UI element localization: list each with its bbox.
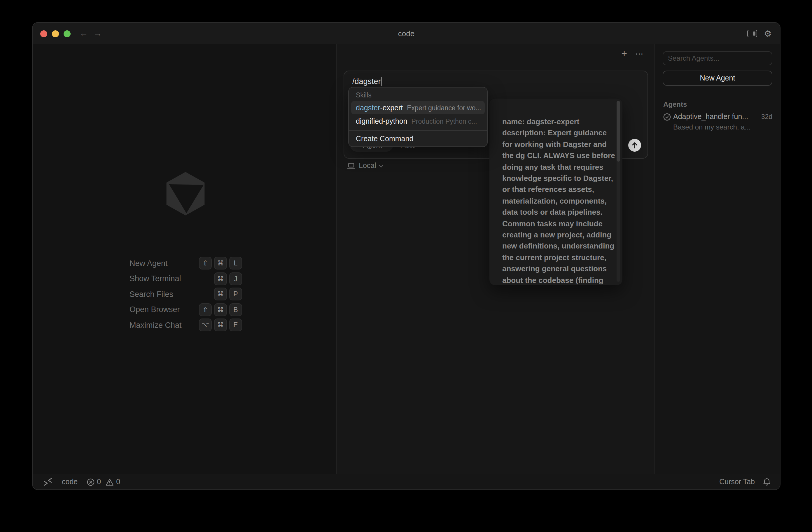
new-chat-icon[interactable]: + (621, 48, 627, 59)
key-cmd: ⌘ (214, 272, 227, 285)
window-title: code (33, 23, 780, 44)
new-agent-button[interactable]: New Agent (663, 71, 772, 86)
agents-sidebar: New Agent Agents Adaptive_handler fun...… (654, 44, 780, 474)
divider (349, 130, 487, 131)
dropdown-item-dagster-expert[interactable]: dagster-expert Expert guidance for wo... (351, 101, 485, 114)
scrollbar-thumb[interactable] (617, 101, 620, 162)
skill-description-tooltip: name: dagster-expert description: Expert… (489, 99, 622, 285)
key-cmd: ⌘ (214, 288, 227, 300)
laptop-icon (347, 162, 355, 169)
location-dropdown[interactable]: Local (347, 162, 383, 170)
editor-pane: New Agent ⇧ ⌘ L Show Terminal ⌘ J (33, 44, 337, 474)
shortcut-label: Search Files (130, 290, 214, 298)
key-shift: ⇧ (199, 257, 212, 270)
dropdown-section-header: Skills (349, 90, 487, 101)
workspace-name[interactable]: code (62, 478, 77, 486)
shortcut-row-show-terminal[interactable]: Show Terminal ⌘ J (130, 272, 242, 285)
search-agents-input[interactable] (663, 51, 772, 65)
shortcut-row-maximize-chat[interactable]: Maximize Chat ⌥ ⌘ E (130, 318, 242, 331)
agent-subtitle: Based on my search, a... (673, 123, 755, 131)
chat-input-value: /dagster (352, 77, 382, 86)
screen: ← → code ⚙ New Agent ⇧ (0, 0, 812, 532)
error-icon (87, 478, 95, 486)
chevron-down-icon (379, 163, 383, 167)
remote-icon[interactable] (43, 478, 53, 486)
agents-section-header: Agents (663, 100, 687, 109)
shortcut-row-search-files[interactable]: Search Files ⌘ P (130, 288, 242, 300)
shortcut-label: Open Browser (130, 305, 199, 314)
warning-count: 0 (116, 478, 120, 486)
cursor-logo (163, 168, 208, 219)
toggle-panel-icon[interactable] (747, 30, 757, 37)
shortcut-label: New Agent (130, 259, 199, 268)
cursor-tab-status[interactable]: Cursor Tab (719, 478, 755, 486)
key-letter: E (229, 318, 242, 331)
problems-indicator[interactable]: 0 0 (87, 478, 120, 486)
text-cursor (381, 77, 382, 86)
arrow-up-icon (631, 142, 638, 149)
shortcut-row-open-browser[interactable]: Open Browser ⇧ ⌘ B (130, 303, 242, 316)
key-letter: L (229, 257, 242, 270)
chat-pane: + ⋯ /dagster ∞ Agent Auto (337, 44, 654, 474)
key-option: ⌥ (199, 318, 212, 331)
skills-dropdown: Skills dagster-expert Expert guidance fo… (348, 87, 488, 147)
gear-icon[interactable]: ⚙ (764, 29, 772, 38)
key-letter: J (229, 272, 242, 285)
shortcut-label: Show Terminal (130, 274, 214, 283)
key-cmd: ⌘ (214, 303, 227, 316)
warning-icon (105, 478, 114, 486)
agent-title: Adaptive_handler fun... (673, 113, 750, 121)
more-options-icon[interactable]: ⋯ (635, 49, 644, 58)
main-content: New Agent ⇧ ⌘ L Show Terminal ⌘ J (33, 44, 780, 474)
item-description: Expert guidance for wo... (407, 104, 481, 111)
item-description: Production Python c... (411, 117, 477, 125)
rest-text: dignified-python (356, 117, 407, 125)
create-command-item[interactable]: Create Command (349, 132, 487, 144)
key-cmd: ⌘ (214, 257, 227, 270)
location-label: Local (359, 162, 376, 170)
check-circle-icon (663, 113, 671, 121)
key-letter: B (229, 303, 242, 316)
send-button[interactable] (628, 139, 641, 152)
agent-list-item[interactable]: Adaptive_handler fun... 32d Based on my … (663, 113, 773, 133)
titlebar: ← → code ⚙ (33, 23, 780, 44)
agent-age: 32d (761, 113, 772, 120)
match-text: dagster (356, 103, 380, 112)
shortcut-list: New Agent ⇧ ⌘ L Show Terminal ⌘ J (130, 257, 242, 334)
key-letter: P (229, 288, 242, 300)
key-shift: ⇧ (199, 303, 212, 316)
dropdown-item-dignified-python[interactable]: dignified-python Production Python c... (351, 114, 485, 128)
app-window: ← → code ⚙ New Agent ⇧ (32, 22, 781, 490)
shortcut-row-new-agent[interactable]: New Agent ⇧ ⌘ L (130, 257, 242, 270)
rest-text: -expert (380, 103, 403, 112)
statusbar: code 0 0 Cursor Tab (33, 474, 780, 489)
skill-description-text: name: dagster-expert description: Expert… (502, 116, 619, 285)
shortcut-label: Maximize Chat (130, 320, 199, 329)
key-cmd: ⌘ (214, 318, 227, 331)
bell-icon[interactable] (763, 478, 771, 486)
error-count: 0 (97, 478, 101, 486)
